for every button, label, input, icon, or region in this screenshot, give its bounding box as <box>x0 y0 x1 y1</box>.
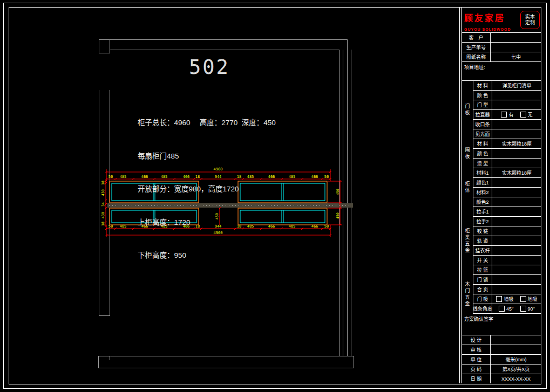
group-title: 木门五金 <box>462 275 473 314</box>
row-value: 第X页/共X页 <box>491 365 541 374</box>
row-label: 造 型 <box>473 159 492 168</box>
dim-right: 450 <box>336 189 340 195</box>
row-label: 项目地址: <box>464 65 485 70</box>
table-row: 门 型 <box>473 100 541 110</box>
checkbox[interactable] <box>496 296 502 302</box>
spec-line: 开放部分：宽度980，高度1720 <box>138 184 276 195</box>
table-row-straightener: 拉直器 有 无 <box>473 110 541 120</box>
checkbox-label: 墙吸 <box>504 295 513 302</box>
row-label: 图纸名称 <box>462 52 491 61</box>
row-label: 拉手1 <box>473 207 492 216</box>
row-label: 开 关 <box>473 256 492 265</box>
row-value <box>492 265 541 274</box>
footer-row-designer: 设 计 <box>462 335 541 345</box>
info-row-drawing-name: 图纸名称 七中 <box>462 52 541 62</box>
row-value <box>492 207 541 216</box>
row-value <box>492 256 541 265</box>
checkbox-label: 45° <box>506 306 514 312</box>
row-value <box>492 91 541 100</box>
row-value <box>492 120 541 129</box>
spec-line: 柜子总长：4960 高度：2770 深度：450 <box>138 118 276 129</box>
group-cabinet-hardware: 柜类五金 拉手1 拉手2 铰 链 轨 道 <box>462 207 541 275</box>
room-number-label: 502 <box>189 56 230 79</box>
row-label: 颜 色 <box>473 91 492 100</box>
info-row-customer: 客 户 <box>462 33 541 43</box>
row-label: 材料2 <box>473 188 492 197</box>
checkbox[interactable] <box>520 306 526 312</box>
row-label: 设 计 <box>462 335 491 345</box>
dim-left: 430 <box>101 189 105 196</box>
row-value <box>492 226 541 236</box>
dim-seg: 485 <box>120 175 127 179</box>
row-value <box>492 246 541 255</box>
table-row: 拉手1 <box>473 207 541 217</box>
group-title: 柜类五金 <box>462 207 473 275</box>
row-value: 毫米(mm) <box>491 355 541 364</box>
checkbox[interactable] <box>501 112 507 118</box>
row-value <box>492 188 541 197</box>
dim-left: 34 <box>101 202 105 207</box>
row-label: 审 核 <box>462 345 491 354</box>
checkbox-label: 有 <box>508 111 513 118</box>
row-label: 线条角度 <box>473 304 492 313</box>
row-label: 拉手2 <box>473 217 492 226</box>
project-address-row: 项目地址: <box>462 62 541 81</box>
checkbox-label: 地吸 <box>528 295 538 302</box>
row-value <box>492 197 541 207</box>
row-label: 门 吸 <box>473 294 492 304</box>
table-row: 铰 链 <box>473 226 541 236</box>
dim-seg: 50 <box>108 175 113 179</box>
row-value <box>492 275 541 284</box>
row-label: 收口条 <box>473 120 492 129</box>
checkbox-label: 无 <box>528 111 533 118</box>
group-shelf: 隔板 材 料 实木颗粒18厘 颜 色 造 型 <box>462 139 541 168</box>
spec-line: 上柜高度：1720 <box>138 217 276 229</box>
table-row: 见光面 <box>473 129 541 139</box>
row-value <box>492 178 541 187</box>
row-value: 实木颗粒18厘 <box>492 168 541 177</box>
row-label: 门 型 <box>473 100 492 109</box>
info-row-order-number: 生产单号 <box>462 43 541 52</box>
footer-row-date: 日 期 XXXX-XX-XX <box>462 374 541 383</box>
group-title: 隔板 <box>462 139 473 168</box>
row-value <box>492 285 541 294</box>
row-value <box>492 129 541 139</box>
row-value <box>491 335 541 345</box>
drawing-sheet: 4960 4960 50 485 466 485 466 18 944 18 4… <box>0 0 550 392</box>
group-door-panel: 门板 材 料 详见柜门清单 颜 色 门 型 拉直器 有 <box>462 81 541 139</box>
row-value: 七中 <box>491 52 541 61</box>
titleblock: 顾友家居 GUYOU SOLIDWOOD 实木 定制 客 户 生产单号 图纸名称… <box>461 7 541 383</box>
row-label: 铰 链 <box>473 226 492 236</box>
group-door-hardware: 木门五金 门 锁 合 页 门 吸 墙吸 地吸 <box>462 275 541 314</box>
dim-seg: 50 <box>324 224 329 229</box>
checkbox[interactable] <box>499 306 505 312</box>
checkbox[interactable] <box>520 112 526 118</box>
row-label: 拉 篮 <box>473 265 492 274</box>
titleblock-footer: 设 计 审 核 单 位 毫米(mm) 页 码 第X页/共X页 日 期 XXXX-… <box>462 335 541 383</box>
signature-row: 方案确认签字 <box>462 314 541 335</box>
group-title: 柜体 <box>462 168 473 207</box>
spec-line: 每扇柜门485 <box>138 151 276 162</box>
dim-seg: 485 <box>289 224 296 229</box>
table-row: 材料2 <box>473 188 541 197</box>
row-label: 材 料 <box>473 81 492 90</box>
table-row: 拉 篮 <box>473 265 541 275</box>
titleblock-header: 顾友家居 GUYOU SOLIDWOOD 实木 定制 <box>462 7 541 33</box>
table-row: 拉手2 <box>473 217 541 226</box>
row-label: 见光面 <box>473 129 492 139</box>
row-value: 实木颗粒18厘 <box>492 139 541 148</box>
dim-left: 18 <box>101 181 105 185</box>
table-row-trim-angle: 线条角度 45° 90° <box>473 304 541 314</box>
dim-right: 450 <box>336 212 340 219</box>
table-row: 开 关 <box>473 256 541 265</box>
row-label: 页 码 <box>462 365 491 374</box>
wall-bottom <box>99 356 354 368</box>
row-label: 生产单号 <box>462 43 491 52</box>
row-label: 门 锁 <box>473 275 492 284</box>
row-label: 挂衣杆 <box>473 246 492 255</box>
table-row: 挂衣杆 <box>473 246 541 256</box>
dim-seg: 485 <box>120 224 127 229</box>
dim-seg: 50 <box>108 224 113 229</box>
checkbox[interactable] <box>520 296 526 302</box>
dim-left: 430 <box>101 212 105 218</box>
